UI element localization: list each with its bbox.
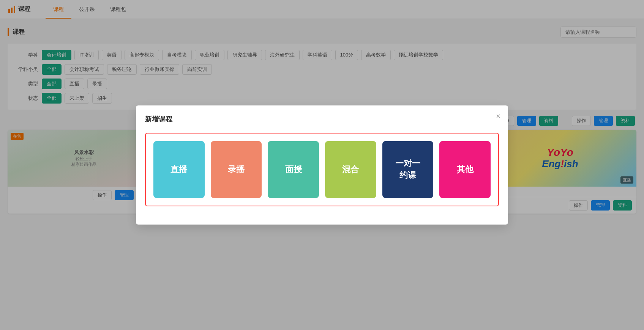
modal-dialog: 新增课程 × 直播 录播 面授 混合 一对一约课 其他 [136, 105, 508, 225]
modal-close-button[interactable]: × [496, 112, 500, 120]
option-other[interactable]: 其他 [439, 141, 491, 198]
modal-options-grid: 直播 录播 面授 混合 一对一约课 其他 [153, 141, 491, 198]
option-face[interactable]: 面授 [268, 141, 319, 198]
option-recorded[interactable]: 录播 [211, 141, 262, 198]
option-live[interactable]: 直播 [153, 141, 205, 198]
modal-overlay[interactable]: 新增课程 × 直播 录播 面授 混合 一对一约课 其他 [0, 0, 644, 330]
option-mixed[interactable]: 混合 [325, 141, 376, 198]
modal-title: 新增课程 [145, 115, 499, 124]
modal-options-border: 直播 录播 面授 混合 一对一约课 其他 [145, 133, 499, 206]
option-oneone[interactable]: 一对一约课 [382, 141, 434, 198]
